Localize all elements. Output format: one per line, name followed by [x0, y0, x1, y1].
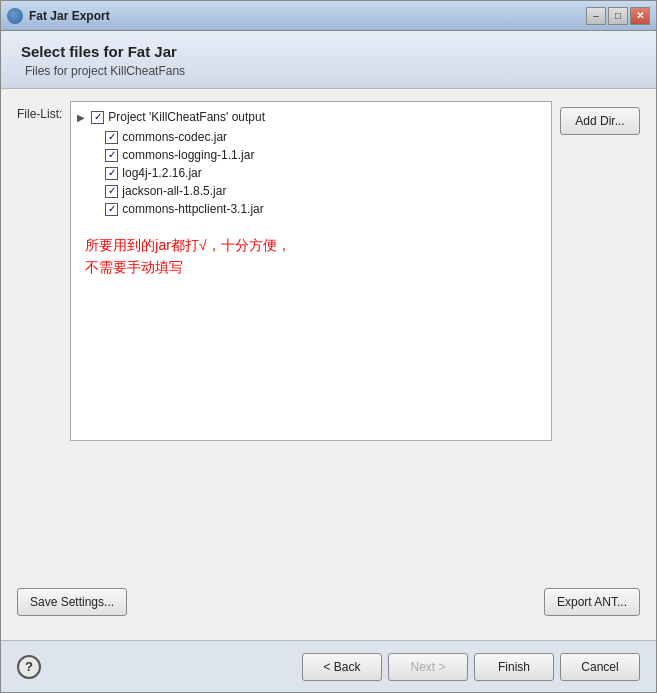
title-bar-left: Fat Jar Export [7, 8, 110, 24]
title-bar-controls: – □ ✕ [586, 7, 650, 25]
tree-item-parent: ▶ Project 'KillCheatFans' output [77, 108, 545, 126]
content-area: File-List: ▶ Project 'KillCheatFans' out… [1, 89, 656, 580]
file-list-label: File-List: [17, 107, 62, 121]
checkbox-project-output[interactable] [91, 111, 104, 124]
annotation-line2: 不需要手动填写 [85, 256, 545, 278]
commons-httpclient-label: commons-httpclient-3.1.jar [122, 202, 263, 216]
log4j-label: log4j-1.2.16.jar [122, 166, 201, 180]
checkbox-commons-logging[interactable] [105, 149, 118, 162]
window-title: Fat Jar Export [29, 9, 110, 23]
title-bar: Fat Jar Export – □ ✕ [1, 1, 656, 31]
export-ant-button[interactable]: Export ANT... [544, 588, 640, 616]
annotation-text: 所要用到的jar都打√，十分方便， 不需要手动填写 [85, 234, 545, 279]
checkbox-commons-httpclient[interactable] [105, 203, 118, 216]
file-list-container: File-List: ▶ Project 'KillCheatFans' out… [17, 101, 640, 568]
minimize-button[interactable]: – [586, 7, 606, 25]
bottom-bar: ? < Back Next > Finish Cancel [1, 640, 656, 692]
commons-codec-label: commons-codec.jar [122, 130, 227, 144]
page-title: Select files for Fat Jar [21, 43, 636, 60]
action-row: Save Settings... Export ANT... [1, 580, 656, 624]
checkbox-commons-codec[interactable] [105, 131, 118, 144]
file-list-panel[interactable]: ▶ Project 'KillCheatFans' output commons… [70, 101, 552, 441]
close-button[interactable]: ✕ [630, 7, 650, 25]
tree-item-commons-logging: commons-logging-1.1.jar [105, 146, 545, 164]
back-button[interactable]: < Back [302, 653, 382, 681]
checkbox-log4j[interactable] [105, 167, 118, 180]
maximize-button[interactable]: □ [608, 7, 628, 25]
finish-button[interactable]: Finish [474, 653, 554, 681]
add-dir-button[interactable]: Add Dir... [560, 107, 640, 135]
page-subtitle: Files for project KillCheatFans [25, 64, 636, 78]
next-button[interactable]: Next > [388, 653, 468, 681]
expand-arrow-icon[interactable]: ▶ [77, 112, 87, 123]
tree-item-commons-codec: commons-codec.jar [105, 128, 545, 146]
tree-item-jackson: jackson-all-1.8.5.jar [105, 182, 545, 200]
bottom-right: < Back Next > Finish Cancel [302, 653, 640, 681]
project-output-label: Project 'KillCheatFans' output [108, 110, 265, 124]
eclipse-icon [7, 8, 23, 24]
main-window: Fat Jar Export – □ ✕ Select files for Fa… [0, 0, 657, 693]
save-settings-button[interactable]: Save Settings... [17, 588, 127, 616]
help-button[interactable]: ? [17, 655, 41, 679]
commons-logging-label: commons-logging-1.1.jar [122, 148, 254, 162]
cancel-button[interactable]: Cancel [560, 653, 640, 681]
checkbox-jackson[interactable] [105, 185, 118, 198]
tree-item-log4j: log4j-1.2.16.jar [105, 164, 545, 182]
bottom-left: ? [17, 655, 41, 679]
header-area: Select files for Fat Jar Files for proje… [1, 31, 656, 89]
tree-item-commons-httpclient: commons-httpclient-3.1.jar [105, 200, 545, 218]
jackson-label: jackson-all-1.8.5.jar [122, 184, 226, 198]
annotation-line1: 所要用到的jar都打√，十分方便， [85, 234, 545, 256]
